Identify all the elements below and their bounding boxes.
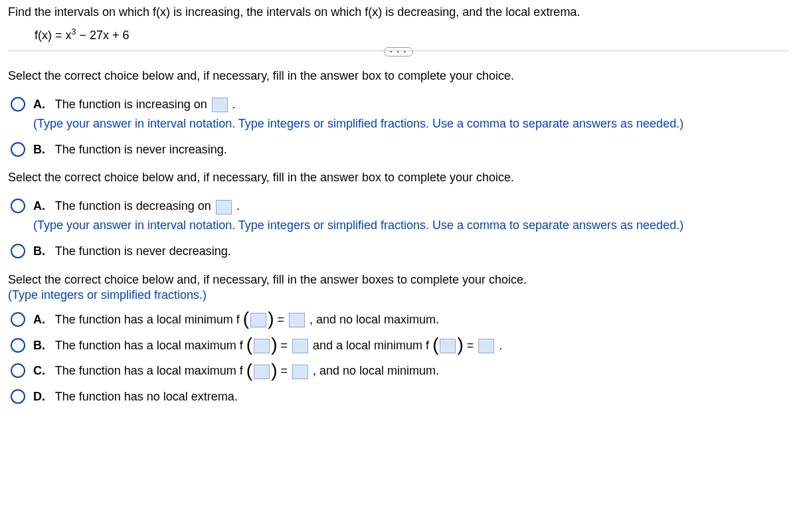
more-icon[interactable]: • • • (384, 47, 413, 56)
choice-text: . (236, 199, 240, 213)
radio-s3-c[interactable] (11, 363, 25, 378)
eq-exponent: 3 (72, 27, 76, 37)
answer-input[interactable] (478, 339, 494, 353)
section3-hint: (Type integers or simplified fractions.) (8, 288, 789, 302)
radio-s3-a[interactable] (11, 312, 25, 327)
choice-text: The function has a local maximum f (55, 339, 243, 352)
paren-icon: ) (268, 313, 274, 325)
equals-text: = (281, 339, 292, 352)
section3-prompt: Select the correct choice below and, if … (8, 273, 789, 287)
answer-input[interactable] (254, 365, 270, 379)
answer-input[interactable] (292, 365, 308, 379)
radio-s1-a[interactable] (11, 97, 25, 112)
equation: f(x) = x3 − 27x + 6 (35, 27, 789, 43)
paren-icon: ) (271, 339, 277, 351)
choice-label: A. (33, 95, 48, 114)
eq-suffix: − 27x + 6 (76, 29, 130, 42)
hint-text: (Type your answer in interval notation. … (33, 219, 683, 232)
choice-row: D. The function has no local extrema. (11, 387, 789, 406)
eq-prefix: f(x) = x (35, 29, 72, 42)
question-text: Find the intervals on which f(x) is incr… (8, 5, 789, 19)
equals-text: = (281, 364, 292, 377)
paren-icon: ( (243, 313, 249, 325)
choice-text: The function is never decreasing. (55, 244, 231, 258)
equals-text: = (278, 313, 288, 326)
paren-icon: ( (432, 339, 438, 351)
separator (8, 50, 789, 51)
choice-label: A. (33, 310, 48, 329)
answer-input[interactable] (292, 339, 308, 353)
choice-text: and a local minimum f (313, 339, 429, 352)
radio-s2-b[interactable] (11, 244, 25, 258)
choice-label: B. (33, 242, 48, 261)
section1-prompt: Select the correct choice below and, if … (8, 69, 789, 83)
choice-row: B. The function has a local maximum f ()… (11, 336, 789, 355)
choice-label: C. (33, 361, 48, 381)
choice-row: A. The function has a local minimum f ()… (11, 310, 789, 329)
choice-label: B. (33, 140, 48, 159)
choice-row: A. The function is decreasing on . (Type… (11, 197, 789, 235)
choice-text: The function is increasing on (55, 98, 211, 111)
choice-label: A. (33, 197, 48, 216)
answer-input[interactable] (212, 98, 228, 112)
radio-s3-d[interactable] (11, 389, 25, 404)
radio-s2-a[interactable] (11, 199, 25, 213)
radio-s1-b[interactable] (11, 142, 25, 157)
choice-text: The function has a local minimum f (55, 313, 240, 326)
radio-s3-b[interactable] (11, 338, 25, 353)
answer-input[interactable] (254, 339, 270, 353)
choice-row: B. The function is never decreasing. (11, 242, 789, 261)
answer-input[interactable] (289, 313, 305, 327)
choice-text: The function has a local maximum f (55, 364, 243, 377)
paren-icon: ( (246, 365, 252, 377)
choice-row: C. The function has a local maximum f ()… (11, 361, 789, 381)
paren-icon: ( (246, 339, 252, 351)
section2-prompt: Select the correct choice below and, if … (8, 171, 789, 185)
answer-input[interactable] (250, 313, 266, 327)
choice-label: B. (33, 336, 48, 355)
choice-text: . (232, 98, 236, 111)
choice-row: A. The function is increasing on . (Type… (11, 95, 789, 133)
choice-text: The function has no local extrema. (55, 390, 238, 403)
choice-text: , and no local minimum. (313, 364, 439, 377)
choice-text: . (499, 339, 502, 352)
answer-input[interactable] (440, 339, 456, 353)
choice-row: B. The function is never increasing. (11, 140, 789, 159)
choice-text: , and no local maximum. (310, 313, 439, 326)
choice-label: D. (33, 387, 48, 406)
equals-text: = (467, 339, 478, 352)
hint-text: (Type your answer in interval notation. … (33, 117, 683, 130)
paren-icon: ) (457, 339, 463, 351)
answer-input[interactable] (216, 200, 232, 215)
choice-text: The function is decreasing on (55, 199, 215, 213)
paren-icon: ) (271, 365, 277, 377)
choice-text: The function is never increasing. (55, 143, 227, 156)
